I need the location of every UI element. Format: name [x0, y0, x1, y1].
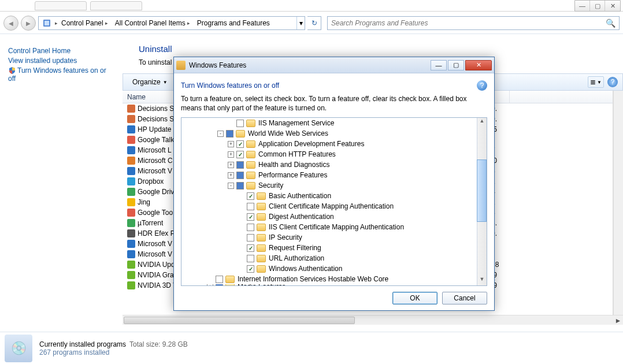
feature-checkbox[interactable] [247, 244, 254, 252]
folder-icon [246, 182, 255, 190]
search-input[interactable] [331, 19, 606, 27]
tree-node[interactable]: Client Certificate Mapping Authenticatio… [181, 201, 487, 211]
ghost-tab[interactable] [35, 1, 87, 10]
ghost-tab[interactable] [90, 1, 142, 10]
feature-checkbox[interactable] [216, 276, 223, 283]
tree-node[interactable]: Digest Authentication [181, 211, 487, 222]
status-line-2: 267 programs installed [39, 348, 188, 356]
feature-checkbox[interactable] [247, 203, 254, 210]
tree-node[interactable]: +Common HTTP Features [181, 149, 487, 159]
help-icon[interactable]: ? [477, 80, 487, 91]
feature-checkbox[interactable] [247, 213, 254, 221]
folder-icon [246, 151, 255, 158]
breadcrumb[interactable]: ▸ Control Panel▸ All Control Panel Items… [38, 16, 305, 30]
refresh-button[interactable]: ↻ [307, 16, 321, 30]
forward-button[interactable]: ► [21, 16, 36, 31]
back-button[interactable]: ◄ [3, 16, 18, 31]
tree-node[interactable]: IP Security [181, 232, 487, 243]
tree-node[interactable]: -World Wide Web Services [181, 128, 487, 139]
folder-icon [225, 276, 235, 283]
tree-node[interactable]: Request Filtering [181, 243, 487, 253]
feature-checkbox[interactable] [226, 130, 233, 138]
help-button[interactable]: ? [607, 77, 618, 87]
tree-node[interactable]: Internet Information Services Hostable W… [181, 274, 487, 284]
windows-features-dialog: Windows Features — ▢ ✕ Turn Windows feat… [173, 57, 495, 311]
expand-toggle[interactable]: - [217, 131, 224, 137]
feature-label: Health and Diagnostics [258, 161, 329, 169]
folder-icon [257, 203, 266, 210]
tree-node[interactable]: IIS Client Certificate Mapping Authentic… [181, 222, 487, 232]
dialog-heading: Turn Windows features on or off [181, 81, 279, 90]
folder-icon [257, 244, 266, 252]
search-box[interactable]: 🔍 [327, 16, 620, 30]
turn-features-link[interactable]: Turn Windows features on or off [8, 66, 113, 83]
dialog-minimize-button[interactable]: — [431, 60, 447, 70]
feature-checkbox[interactable] [216, 284, 223, 286]
maximize-button[interactable]: ▢ [590, 1, 605, 11]
folder-icon [246, 120, 255, 127]
dialog-title: Windows Features [189, 61, 429, 69]
feature-checkbox[interactable] [236, 140, 244, 148]
expand-toggle[interactable]: + [228, 141, 234, 147]
expand-toggle[interactable]: + [228, 162, 234, 168]
expand-toggle[interactable]: - [228, 183, 234, 189]
feature-label: Common HTTP Features [258, 150, 336, 158]
feature-checkbox[interactable] [236, 120, 244, 127]
folder-icon [257, 255, 266, 262]
feature-tree[interactable]: IIS Management Service-World Wide Web Se… [181, 117, 487, 286]
feature-label: Performance Features [258, 171, 327, 179]
feature-checkbox[interactable] [236, 151, 244, 158]
minimize-button[interactable]: — [575, 1, 590, 11]
feature-checkbox[interactable] [236, 172, 244, 179]
control-panel-icon [41, 17, 53, 29]
tree-node[interactable]: Basic Authentication [181, 191, 487, 201]
breadcrumb-item[interactable]: Control Panel▸ [58, 17, 112, 29]
feature-label: Basic Authentication [269, 192, 331, 200]
breadcrumb-item[interactable]: All Control Panel Items▸ [112, 17, 194, 29]
breadcrumb-dropdown[interactable]: ▾ [296, 17, 305, 29]
tree-node[interactable]: +Media Features [181, 284, 487, 286]
tree-node[interactable]: +Health and Diagnostics [181, 159, 487, 170]
folder-icon [257, 265, 266, 273]
programs-icon: 💿 [5, 335, 32, 362]
search-icon[interactable]: 🔍 [606, 18, 615, 28]
page-title: Uninstall [139, 44, 607, 54]
tree-node[interactable]: URL Authorization [181, 253, 487, 263]
feature-checkbox[interactable] [247, 224, 254, 231]
control-panel-home-link[interactable]: Control Panel Home [8, 47, 113, 55]
tree-node[interactable]: -Security [181, 180, 487, 191]
organize-button[interactable]: Organize▼ [128, 77, 172, 87]
view-installed-updates-link[interactable]: View installed updates [8, 57, 113, 65]
cancel-button[interactable]: Cancel [442, 292, 487, 304]
horizontal-scrollbar[interactable]: ◄ ► [123, 315, 623, 325]
ok-button[interactable]: OK [392, 292, 437, 304]
view-options-button[interactable]: ≣▼ [588, 76, 604, 88]
feature-checkbox[interactable] [236, 182, 244, 190]
feature-checkbox[interactable] [236, 161, 244, 169]
feature-label: World Wide Web Services [248, 129, 328, 138]
tree-scrollbar[interactable]: ▲ ▼ [477, 118, 487, 285]
dialog-titlebar[interactable]: Windows Features — ▢ ✕ [174, 57, 494, 73]
expand-toggle[interactable]: + [207, 284, 213, 286]
tree-node[interactable]: IIS Management Service [181, 118, 487, 128]
dialog-close-button[interactable]: ✕ [465, 60, 492, 70]
scrollbar-thumb[interactable] [124, 317, 355, 324]
feature-checkbox[interactable] [247, 265, 254, 273]
close-button[interactable]: ✕ [605, 1, 620, 11]
tree-node[interactable]: +Application Development Features [181, 139, 487, 149]
feature-checkbox[interactable] [247, 192, 254, 200]
svg-rect-1 [44, 21, 49, 25]
tree-node[interactable]: +Performance Features [181, 170, 487, 180]
tree-node[interactable]: Windows Authentication [181, 263, 487, 274]
tree-scrollbar-thumb[interactable] [477, 159, 487, 222]
feature-checkbox[interactable] [247, 234, 254, 242]
status-bar: 💿 Currently installed programsTotal size… [0, 332, 623, 364]
feature-label: Request Filtering [269, 244, 321, 252]
feature-checkbox[interactable] [247, 255, 254, 262]
expand-toggle[interactable]: + [228, 151, 234, 158]
breadcrumb-item[interactable]: Programs and Features [194, 17, 273, 29]
dialog-maximize-button[interactable]: ▢ [448, 60, 464, 70]
feature-label: IP Security [269, 233, 302, 242]
expand-toggle[interactable]: + [228, 172, 234, 179]
vertical-scrollbar[interactable] [613, 91, 623, 315]
